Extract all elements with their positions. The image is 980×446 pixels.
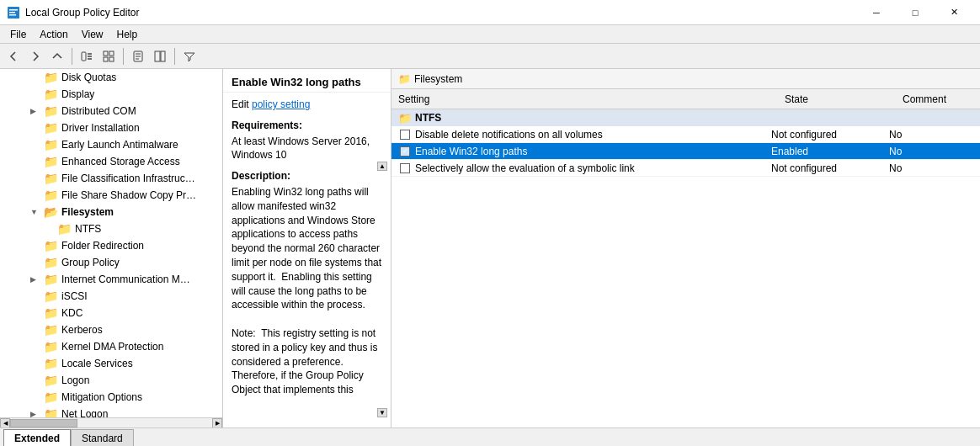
up-icon [51,50,63,62]
description-text: Enabling Win32 long paths will allow man… [232,185,382,397]
setting-icon [398,162,412,175]
tree-item-folder-redirection[interactable]: 📁 Folder Redirection [0,237,222,254]
tree-item-ntfs[interactable]: 📁 NTFS [0,220,222,237]
tree-item-file-classification[interactable]: 📁 File Classification Infrastruc… [0,170,222,187]
setting-comment: No [889,129,973,141]
tree-item-group-policy[interactable]: 📁 Group Policy [0,254,222,271]
breadcrumb-path: Filesystem [414,73,462,85]
desc-scroll-up[interactable]: ▲ [377,162,387,171]
tree-item-display[interactable]: 📁 Display [0,86,222,103]
tree-item-early-launch[interactable]: 📁 Early Launch Antimalware [0,136,222,153]
hscroll-track[interactable] [10,418,212,428]
desc-scroll-down[interactable]: ▼ [377,408,387,417]
folder-icon: 📁 [44,374,58,387]
tab-extended[interactable]: Extended [3,429,71,446]
tree-item-distributed-com[interactable]: ▶ 📁 Distributed COM [0,103,222,119]
tree-item-logon[interactable]: 📁 Logon [0,372,222,389]
toolbar-properties[interactable] [128,46,148,66]
properties-icon [132,50,144,62]
folder-icon: 📁 [44,138,58,151]
toolbar-sep-3 [174,48,175,65]
menu-help[interactable]: Help [110,27,145,42]
close-button[interactable]: ✕ [935,0,973,25]
expand-arrow [30,141,44,149]
toolbar-filter[interactable] [179,46,200,66]
toolbar-view-extended[interactable] [150,46,170,66]
extended-view-icon [154,50,166,62]
menu-file[interactable]: File [3,27,33,42]
expand-arrow [30,309,44,317]
menu-view[interactable]: View [75,27,110,42]
tree-item-internet-communication[interactable]: ▶ 📁 Internet Communication M… [0,271,222,288]
forward-icon [29,50,41,62]
tree-label: Filesystem [61,206,114,218]
tree-item-locale-services[interactable]: 📁 Locale Services [0,355,222,372]
folder-icon: 📁 [44,390,58,404]
tree-label: Kernel DMA Protection [61,341,163,353]
column-headers: Setting State Comment [391,89,980,109]
window-controls: ─ □ ✕ [857,0,973,25]
setting-state: Not configured [771,129,889,141]
col-header-state[interactable]: State [778,89,896,109]
description-body[interactable]: Edit policy setting Requirements: At lea… [223,93,391,427]
toolbar-forward[interactable] [25,46,45,66]
tree-item-enhanced-storage[interactable]: 📁 Enhanced Storage Access [0,153,222,170]
folder-icon: 📁 [44,357,58,370]
col-header-comment[interactable]: Comment [896,89,980,109]
tree-item-kerberos[interactable]: 📁 Kerberos [0,321,222,338]
tree-label: Internet Communication M… [61,273,190,285]
tree-horizontal-scrollbar[interactable]: ◀ ▶ [0,417,222,427]
settings-breadcrumb: 📁 Filesystem [391,69,980,89]
hscroll-left-arrow[interactable]: ◀ [0,418,10,428]
setting-type-icon [400,130,410,140]
menu-action[interactable]: Action [33,27,74,42]
folder-icon: 📁 [44,121,58,135]
setting-comment: No [889,162,973,174]
svg-rect-2 [9,12,15,13]
group-label: NTFS [415,112,441,124]
filter-icon [184,50,195,62]
toolbar-sep-2 [123,48,124,65]
group-folder-icon: 📁 [398,112,412,125]
hscroll-thumb[interactable] [10,419,77,427]
folder-icon: 📁 [44,340,58,353]
expand-arrow [30,157,44,166]
table-row[interactable]: Selectively allow the evaluation of a sy… [391,160,980,177]
policy-setting-link[interactable]: policy setting [252,98,310,110]
setting-comment: No [889,146,973,157]
main-container: 📁 Disk Quotas 📁 Display ▶ 📁 Distributed … [0,69,980,427]
tree-item-filesystem[interactable]: ▼ 📂 Filesystem [0,204,222,220]
tree-label: Driver Installation [61,122,140,134]
maximize-button[interactable]: □ [896,0,935,25]
table-row[interactable]: ✓ Enable Win32 long paths Enabled No [391,143,980,160]
description-section-title: Description: [232,169,382,183]
expand-arrow [30,359,44,368]
folder-icon: 📁 [44,306,58,320]
svg-rect-16 [155,51,160,61]
settings-group-ntfs: 📁 NTFS [391,109,980,126]
settings-list[interactable]: 📁 NTFS Disable delete notifications on a… [391,109,980,427]
tree-item-file-share-shadow[interactable]: 📁 File Share Shadow Copy Pr… [0,187,222,204]
col-header-setting[interactable]: Setting [391,89,778,109]
tree-label: Folder Redirection [61,240,144,252]
tree-item-iscsi[interactable]: 📁 iSCSI [0,288,222,305]
toolbar-back[interactable] [3,46,24,66]
tree-label: Early Launch Antimalware [61,139,178,151]
toolbar-show-hide-tree[interactable] [77,46,97,66]
toolbar-grid[interactable] [99,46,119,66]
tree-item-kernel-dma[interactable]: 📁 Kernel DMA Protection [0,338,222,355]
breadcrumb-folder-icon: 📁 [398,73,411,85]
tree-label: Locale Services [61,358,133,369]
toolbar-up[interactable] [47,46,67,66]
tab-standard[interactable]: Standard [71,429,134,446]
tree-scroll[interactable]: 📁 Disk Quotas 📁 Display ▶ 📁 Distributed … [0,69,222,417]
tree-label: File Classification Infrastruc… [61,173,195,184]
tree-item-kdc[interactable]: 📁 KDC [0,305,222,321]
tree-item-disk-quotas[interactable]: 📁 Disk Quotas [0,69,222,86]
tree-item-driver-installation[interactable]: 📁 Driver Installation [0,119,222,136]
tree-item-net-logon[interactable]: ▶ 📁 Net Logon [0,406,222,417]
table-row[interactable]: Disable delete notifications on all volu… [391,126,980,143]
hscroll-right-arrow[interactable]: ▶ [212,418,222,428]
tree-item-mitigation-options[interactable]: 📁 Mitigation Options [0,389,222,406]
minimize-button[interactable]: ─ [857,0,896,25]
